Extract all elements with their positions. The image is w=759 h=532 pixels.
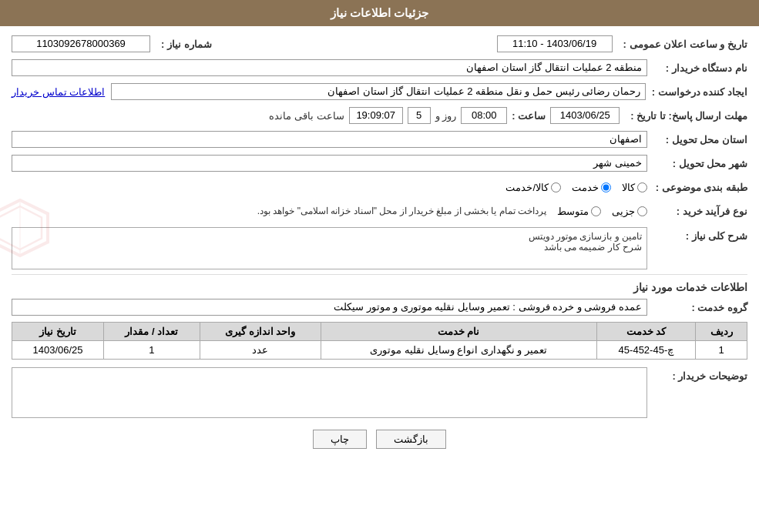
- radio-jozvi[interactable]: جزیی: [612, 206, 647, 217]
- sharh-line2: شرح کار ضمیمه می باشد: [17, 242, 642, 253]
- services-table: ردیف کد خدمت نام خدمت واحد اندازه گیری ت…: [12, 322, 747, 360]
- th-unit: واحد اندازه گیری: [200, 323, 321, 341]
- category-label: طبقه بندی موضوعی :: [647, 182, 747, 193]
- radio-motevaset-label: متوسط: [557, 206, 589, 217]
- radio-kala-khedmat-input[interactable]: [551, 182, 561, 192]
- province-label: استان محل تحویل :: [647, 134, 747, 146]
- deadline-remain-label: ساعت باقی مانده: [269, 110, 344, 122]
- deadline-days: 5: [408, 107, 431, 124]
- deadline-day-label: روز و: [435, 110, 457, 122]
- radio-kala-khedmat-label: کالا/خدمت: [505, 182, 549, 193]
- radio-motevaset-input[interactable]: [591, 206, 601, 216]
- td-unit: عدد: [200, 341, 321, 360]
- sharh-box: تامین و بازسازی موتور دویتس شرح کار ضمیم…: [12, 227, 647, 269]
- radio-kala-input[interactable]: [637, 182, 647, 192]
- announce-date-label: تاریخ و ساعت اعلان عمومی :: [617, 38, 747, 50]
- deadline-date: 1403/06/25: [550, 107, 620, 124]
- td-qty: 1: [104, 341, 200, 360]
- tender-number-label: شماره نیاز :: [155, 38, 212, 50]
- buyer-org-value: منطقه 2 عملیات انتقال گاز استان اصفهان: [12, 59, 647, 76]
- buyer-desc-label: توضیحات خریدار :: [647, 367, 747, 382]
- city-value: خمینی شهر: [12, 155, 647, 172]
- th-row: ردیف: [696, 323, 747, 341]
- back-button[interactable]: بازگشت: [376, 430, 446, 449]
- tender-number-value: 1103092678000369: [12, 35, 150, 52]
- th-qty: تعداد / مقدار: [104, 323, 200, 341]
- contact-link[interactable]: اطلاعات تماس خریدار: [12, 86, 105, 98]
- buyer-desc-textarea[interactable]: [12, 367, 647, 418]
- group-value: عمده فروشی و خرده فروشی : تعمیر وسایل نق…: [12, 299, 647, 316]
- td-name: تعمیر و نگهداری انواع وسایل نقلیه موتوری: [321, 341, 596, 360]
- page-title: جزئیات اطلاعات نیاز: [331, 6, 428, 19]
- page-header: جزئیات اطلاعات نیاز: [0, 0, 759, 26]
- city-label: شهر محل تحویل :: [647, 158, 747, 169]
- deadline-remain: 19:09:07: [349, 107, 403, 124]
- table-row: 1چ-45-452-45تعمیر و نگهداری انواع وسایل …: [12, 341, 747, 360]
- requester-label: ایجاد کننده درخواست :: [646, 86, 747, 98]
- td-row: 1: [696, 341, 747, 360]
- services-title: اطلاعات خدمات مورد نیاز: [12, 281, 747, 293]
- process-row: جزیی متوسط پرداخت تمام یا بخشی از مبلغ خ…: [12, 206, 647, 217]
- sharh-line1: تامین و بازسازی موتور دویتس: [17, 231, 642, 242]
- td-code: چ-45-452-45: [596, 341, 696, 360]
- radio-kala-khedmat[interactable]: کالا/خدمت: [505, 182, 561, 193]
- province-value: اصفهان: [12, 131, 647, 148]
- buyer-org-label: نام دستگاه خریدار :: [647, 62, 747, 74]
- process-label: نوع فرآیند خرید :: [647, 206, 747, 217]
- requester-value: رحمان رضائی رئیس حمل و نقل منطقه 2 عملیا…: [111, 83, 646, 100]
- deadline-time: 08:00: [461, 107, 507, 124]
- radio-khedmat-label: خدمت: [572, 182, 599, 193]
- radio-kala[interactable]: کالا: [622, 182, 647, 193]
- deadline-time-label: ساعت :: [512, 110, 546, 122]
- radio-kala-label: کالا: [622, 182, 635, 193]
- print-button[interactable]: چاپ: [313, 430, 367, 449]
- radio-khedmat[interactable]: خدمت: [572, 182, 611, 193]
- radio-khedmat-input[interactable]: [601, 182, 611, 192]
- category-radio-group: کالا خدمت کالا/خدمت: [505, 182, 647, 193]
- radio-jozvi-input[interactable]: [637, 206, 647, 216]
- sharh-label: شرح کلی نیاز :: [647, 227, 747, 242]
- group-label: گروه خدمت :: [647, 302, 747, 313]
- process-note: پرداخت تمام یا بخشی از مبلغ خریدار از مح…: [257, 206, 546, 216]
- button-row: بازگشت چاپ: [12, 430, 747, 458]
- announce-date-value: 1403/06/19 - 11:10: [497, 35, 613, 52]
- th-date: تاریخ نیاز: [12, 323, 104, 341]
- radio-jozvi-label: جزیی: [612, 206, 635, 217]
- radio-motevaset[interactable]: متوسط: [557, 206, 601, 217]
- th-name: نام خدمت: [321, 323, 596, 341]
- td-date: 1403/06/25: [12, 341, 104, 360]
- th-code: کد خدمت: [596, 323, 696, 341]
- deadline-label: مهلت ارسال پاسخ: تا تاریخ :: [624, 110, 747, 122]
